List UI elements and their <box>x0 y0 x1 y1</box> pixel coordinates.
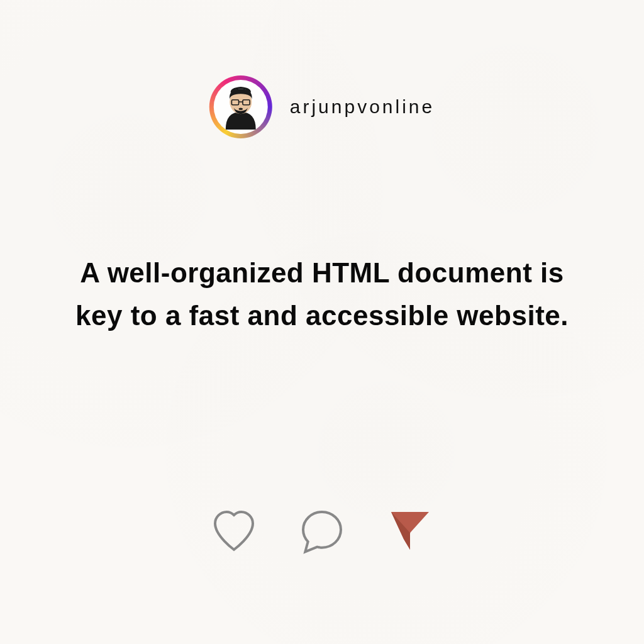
action-bar <box>209 506 435 556</box>
comment-icon[interactable] <box>297 506 347 556</box>
svg-point-5 <box>239 108 243 110</box>
quote-text: A well-organized HTML document is key to… <box>75 252 569 337</box>
heart-icon[interactable] <box>209 506 259 556</box>
username[interactable]: arjunpvonline <box>290 96 435 118</box>
send-icon[interactable] <box>385 506 435 556</box>
avatar-illustration <box>216 82 266 132</box>
post-header: arjunpvonline <box>209 75 435 138</box>
avatar <box>214 80 268 134</box>
avatar-ring[interactable] <box>209 75 272 138</box>
